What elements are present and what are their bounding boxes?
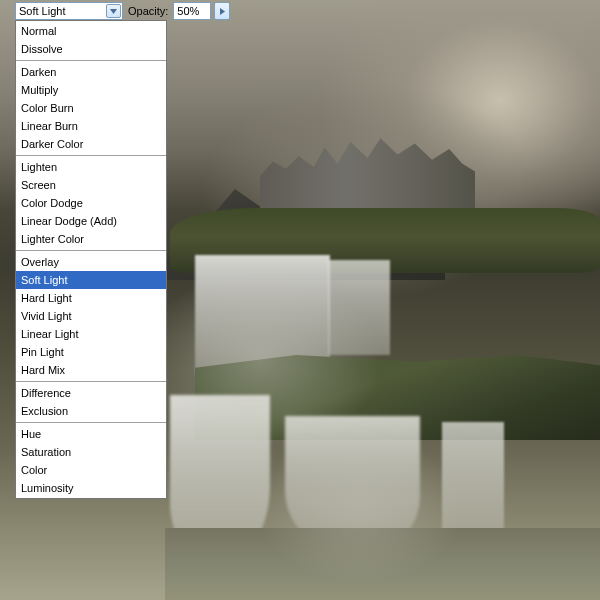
blend-mode-option[interactable]: Exclusion <box>16 402 166 420</box>
dropdown-separator <box>16 250 166 251</box>
blend-mode-option[interactable]: Color Burn <box>16 99 166 117</box>
blend-mode-dropdown[interactable]: NormalDissolveDarkenMultiplyColor BurnLi… <box>15 20 167 499</box>
blend-mode-option[interactable]: Linear Dodge (Add) <box>16 212 166 230</box>
blend-mode-selected-label: Soft Light <box>19 5 65 17</box>
blend-mode-option[interactable]: Darken <box>16 63 166 81</box>
blend-mode-option[interactable]: Multiply <box>16 81 166 99</box>
dropdown-separator <box>16 381 166 382</box>
chevron-down-icon <box>106 4 121 18</box>
opacity-label: Opacity: <box>126 5 170 17</box>
blend-mode-option[interactable]: Difference <box>16 384 166 402</box>
blend-mode-option[interactable]: Color <box>16 461 166 479</box>
scene-castle <box>260 122 475 212</box>
opacity-value: 50% <box>177 5 199 17</box>
blend-mode-option[interactable]: Vivid Light <box>16 307 166 325</box>
blend-mode-option[interactable]: Saturation <box>16 443 166 461</box>
dropdown-separator <box>16 60 166 61</box>
blend-mode-option[interactable]: Soft Light <box>16 271 166 289</box>
layer-options-toolbar: Soft Light Opacity: 50% <box>15 2 230 20</box>
chevron-right-icon <box>220 8 225 15</box>
blend-mode-option[interactable]: Screen <box>16 176 166 194</box>
blend-mode-option[interactable]: Hard Light <box>16 289 166 307</box>
blend-mode-option[interactable]: Color Dodge <box>16 194 166 212</box>
blend-mode-option[interactable]: Linear Light <box>16 325 166 343</box>
blend-mode-option[interactable]: Normal <box>16 22 166 40</box>
blend-mode-option[interactable]: Pin Light <box>16 343 166 361</box>
scene-waterfall <box>328 260 390 355</box>
scene-waterfall <box>442 422 504 537</box>
blend-mode-option[interactable]: Luminosity <box>16 479 166 497</box>
opacity-flyout-button[interactable] <box>214 2 230 20</box>
blend-mode-select[interactable]: Soft Light <box>15 2 123 20</box>
dropdown-separator <box>16 422 166 423</box>
blend-mode-option[interactable]: Hard Mix <box>16 361 166 379</box>
opacity-input[interactable]: 50% <box>173 2 211 20</box>
blend-mode-option[interactable]: Dissolve <box>16 40 166 58</box>
blend-mode-option[interactable]: Linear Burn <box>16 117 166 135</box>
blend-mode-option[interactable]: Overlay <box>16 253 166 271</box>
blend-mode-option[interactable]: Darker Color <box>16 135 166 153</box>
dropdown-separator <box>16 155 166 156</box>
blend-mode-option[interactable]: Lighter Color <box>16 230 166 248</box>
blend-mode-option[interactable]: Lighten <box>16 158 166 176</box>
blend-mode-option[interactable]: Hue <box>16 425 166 443</box>
scene-pool <box>165 528 600 600</box>
